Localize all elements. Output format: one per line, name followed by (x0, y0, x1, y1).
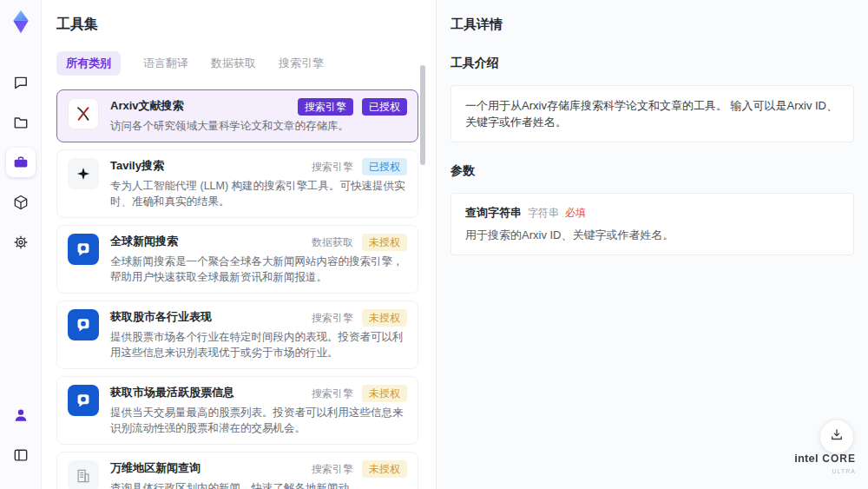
tool-card-arxiv[interactable]: Arxiv文献搜索 搜索引擎 已授权 访问各个研究领域大量科学论文和文章的存储库… (56, 89, 418, 142)
tool-card-tavily[interactable]: Tavily搜索 搜索引擎 已授权 专为人工智能代理 (LLM) 构建的搜索引擎… (56, 149, 418, 218)
tool-card-stock-sectors[interactable]: 获取股市各行业表现 搜索引擎 未授权 提供股票市场各个行业在特定时间段内的表现。… (56, 301, 418, 369)
tool-description: 提供当天交易量最高的股票列表。投资者可以利用这些信息来识别流动性强的股票和潜在的… (110, 405, 407, 436)
tool-detail-panel: 工具详情 工具介绍 一个用于从Arxiv存储库搜索科学论文和文章的工具。 输入可… (436, 0, 868, 489)
auth-status-badge: 未授权 (362, 309, 407, 327)
tool-card-global-news[interactable]: 全球新闻搜索 数据获取 未授权 全球新闻搜索是一个聚合全球各大新闻网站内容的搜索… (56, 225, 418, 294)
auth-status-badge: 未授权 (362, 385, 407, 402)
tool-description: 专为人工智能代理 (LLM) 构建的搜索引擎工具。可快速提供实时、准确和真实的结… (110, 178, 407, 209)
category-label: 搜索引擎 (312, 460, 353, 478)
blue-search-bubble-icon (68, 385, 99, 416)
tool-name: 万维地区新闻查询 (110, 460, 201, 476)
list-scrollbar-thumb[interactable] (420, 65, 425, 165)
download-button[interactable] (820, 420, 853, 453)
intro-card: 一个用于从Arxiv存储库搜索科学论文和文章的工具。 输入可以是Arxiv ID… (450, 85, 854, 142)
settings-gear-icon (12, 234, 30, 251)
tool-name: Arxiv文献搜索 (110, 98, 184, 114)
collapse-panel-icon (12, 446, 30, 464)
category-label: 搜索引擎 (312, 385, 353, 402)
cube-icon (12, 194, 30, 211)
tab-search-engine[interactable]: 搜索引擎 (279, 51, 324, 76)
category-label: 搜索引擎 (312, 158, 353, 175)
newspaper-building-icon (68, 460, 99, 489)
download-icon (829, 427, 845, 446)
category-label: 数据获取 (312, 234, 353, 251)
intel-core-logo: intel core ultra (794, 452, 856, 477)
param-description: 用于搜索的Arxiv ID、关键字或作者姓名。 (465, 228, 839, 243)
auth-status-badge: 已授权 (362, 158, 407, 175)
intro-heading: 工具介绍 (450, 56, 854, 71)
intel-logo-text: intel (794, 452, 819, 465)
param-card: 查询字符串 字符串 必填 用于搜索的Arxiv ID、关键字或作者姓名。 (450, 193, 854, 255)
core-logo-text: core (822, 453, 856, 465)
star-sparkle-icon (68, 158, 99, 189)
sidebar-item-files[interactable] (6, 108, 36, 137)
tool-description: 访问各个研究领域大量科学论文和文章的存储库。 (110, 118, 407, 134)
tools-list-panel: 工具集 所有类别 语言翻译 数据获取 搜索引擎 Arxiv文献搜索 搜索引擎 (42, 0, 436, 489)
category-tabs: 所有类别 语言翻译 数据获取 搜索引擎 (56, 51, 418, 76)
arxiv-logo-icon (68, 98, 99, 129)
folder-icon (12, 114, 30, 131)
tab-language-translation[interactable]: 语言翻译 (143, 51, 188, 76)
tab-data-acquisition[interactable]: 数据获取 (211, 51, 256, 76)
ultra-logo-text: ultra (794, 466, 856, 477)
app-logo-icon (8, 9, 34, 35)
param-type: 字符串 (528, 206, 559, 221)
intro-text: 一个用于从Arxiv存储库搜索科学论文和文章的工具。 输入可以是Arxiv ID… (465, 97, 839, 130)
sidebar-item-collapse[interactable] (6, 440, 36, 470)
chat-icon (12, 74, 30, 91)
param-required-flag: 必填 (565, 206, 586, 221)
category-badge: 搜索引擎 (298, 98, 353, 116)
tool-card-active-stocks[interactable]: 获取市场最活跃股票信息 搜索引擎 未授权 提供当天交易量最高的股票列表。投资者可… (56, 376, 418, 445)
tool-name: 获取市场最活跃股票信息 (110, 385, 234, 400)
param-name: 查询字符串 (465, 205, 522, 221)
category-label: 搜索引擎 (312, 309, 353, 327)
detail-title: 工具详情 (450, 17, 854, 33)
app-window: 工具集 所有类别 语言翻译 数据获取 搜索引擎 Arxiv文献搜索 搜索引擎 (0, 0, 868, 489)
auth-status-badge: 未授权 (362, 234, 407, 251)
blue-search-bubble-icon (68, 309, 99, 340)
blue-search-bubble-icon (68, 234, 99, 265)
sidebar-item-models[interactable] (6, 188, 36, 217)
tool-name: 获取股市各行业表现 (110, 309, 212, 325)
left-sidebar (0, 0, 42, 489)
tool-card-regional-news[interactable]: 万维地区新闻查询 搜索引擎 未授权 查询具体行政区划内的新闻，快速了解各地新闻动 (56, 452, 418, 489)
tool-name: 全球新闻搜索 (110, 234, 178, 249)
auth-status-badge: 未授权 (362, 460, 407, 478)
sidebar-item-chat[interactable] (6, 68, 36, 97)
tab-all-categories[interactable]: 所有类别 (56, 51, 121, 76)
sidebar-item-settings[interactable] (6, 228, 36, 257)
params-heading: 参数 (450, 163, 854, 179)
toolbox-icon (12, 154, 30, 171)
auth-status-badge: 已授权 (362, 98, 407, 116)
user-avatar-icon (12, 406, 30, 424)
sidebar-item-tools[interactable] (6, 148, 36, 177)
tool-description: 提供股票市场各个行业在特定时间段内的表现。投资者可以利用这些信息来识别表现优于或… (110, 329, 407, 360)
tool-description: 查询具体行政区划内的新闻，快速了解各地新闻动 (110, 480, 407, 489)
tool-name: Tavily搜索 (110, 158, 164, 174)
tool-description: 全球新闻搜索是一个聚合全球各大新闻网站内容的搜索引擎，帮助用户快速获取全球最新资… (110, 254, 407, 285)
page-title: 工具集 (56, 16, 418, 34)
sidebar-item-account[interactable] (6, 400, 36, 430)
